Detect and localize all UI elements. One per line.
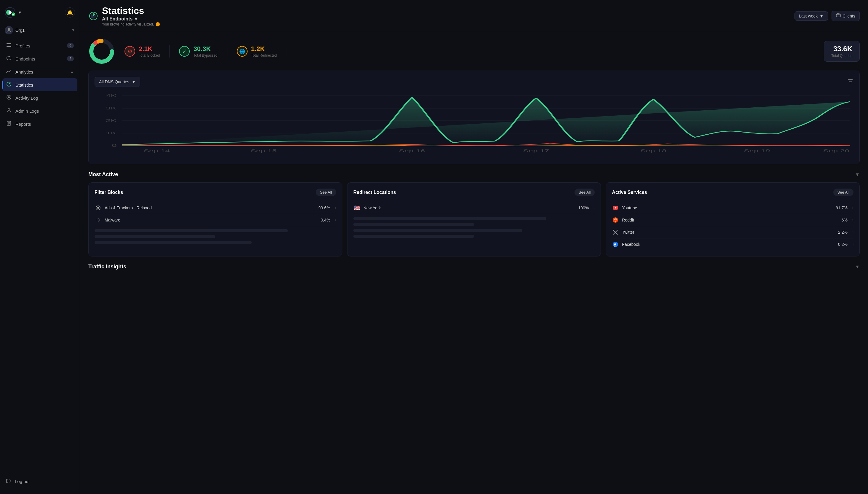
logout-icon [6,478,11,484]
ads-tracker-chevron[interactable]: › [335,206,336,210]
blocked-icon: ⊘ [124,46,135,57]
svg-text:3K: 3K [105,106,117,110]
newyork-name: New York [363,206,575,210]
twitter-chevron[interactable]: › [852,230,853,234]
logout-button[interactable]: Log out [0,474,80,489]
youtube-chevron[interactable]: › [852,206,853,210]
facebook-chevron[interactable]: › [852,242,853,246]
chart-filter-icon[interactable] [847,78,853,86]
svg-rect-8 [6,46,11,47]
service-twitter: Twitter 2.2% › [612,226,853,239]
analytics-section-header[interactable]: Analytics ▲ [0,65,80,78]
redirect-locations-title: Redirect Locations [353,190,396,195]
statistics-label: Statistics [15,82,33,88]
analytics-label: Analytics [15,70,33,74]
filter-block-item-ads: Ads & Trackers - Relaxed 99.6% › [95,202,336,214]
service-facebook: Facebook 0.2% › [612,239,853,250]
org-chevron: ▼ [72,28,75,32]
most-active-chevron[interactable]: ▼ [855,172,860,177]
bypassed-value: 30.3K [193,45,217,53]
sidebar-item-admin-logs[interactable]: Admin Logs [0,104,80,117]
bypassed-label: Total Bypassed [193,53,217,58]
svg-point-57 [613,217,618,223]
activity-log-icon [6,95,12,101]
malware-name: Malware [105,217,318,222]
active-services-see-all[interactable]: See All [833,189,853,196]
sidebar-item-activity-log[interactable]: Activity Log [0,91,80,104]
total-queries-label: Total Queries [831,54,852,58]
ads-tracker-pct: 99.6% [319,206,330,210]
sidebar-item-reports[interactable]: Reports [0,117,80,131]
svg-point-48 [97,207,99,209]
placeholder-bar-2 [95,235,215,238]
time-selector[interactable]: Last week ▼ [794,11,828,21]
svg-rect-7 [6,45,11,45]
sidebar-item-statistics[interactable]: Statistics [2,78,77,91]
most-active-title: Most Active [88,171,118,177]
filter-blocks-card: Filter Blocks See All Ads & Trackers - R… [88,182,342,256]
most-active-cards: Filter Blocks See All Ads & Trackers - R… [80,182,868,264]
newyork-flag: 🇺🇸 [353,204,361,211]
svg-point-59 [615,220,615,220]
ads-tracker-icon [95,204,102,211]
stat-blocked: ⊘ 2.1K Total Blocked [124,45,170,58]
page-title: Statistics All Endpoints ▼ [102,5,160,22]
time-chevron: ▼ [819,14,824,18]
clients-button[interactable]: Clients [832,11,860,21]
dns-query-selector[interactable]: All DNS Queries ▼ [95,77,140,87]
app-logo [5,7,15,18]
redirect-locations-card: Redirect Locations See All 🇺🇸 New York 1… [347,182,601,256]
svg-text:Sep 17: Sep 17 [523,149,549,153]
svg-rect-6 [6,43,11,44]
facebook-name: Facebook [622,242,835,247]
svg-text:Sep 15: Sep 15 [251,149,277,153]
stats-row: ⊘ 2.1K Total Blocked ✓ 30.3K Total Bypas… [80,32,868,71]
newyork-chevron[interactable]: › [594,206,595,210]
svg-text:4K: 4K [105,93,117,98]
redirect-placeholder-1 [353,217,547,220]
notification-bell[interactable]: 🔔 [65,7,75,18]
logo-chevron[interactable]: ▼ [18,10,22,15]
malware-icon [95,216,102,224]
redirect-locations-see-all[interactable]: See All [575,189,595,196]
service-reddit: Reddit 6% › [612,214,853,226]
youtube-icon [612,204,619,211]
org-selector[interactable]: Org1 ▼ [0,24,80,39]
twitter-icon [612,229,619,236]
endpoints-label: Endpoints [15,56,35,61]
sidebar-item-profiles[interactable]: Profiles 6 [0,39,80,52]
svg-rect-20 [836,14,841,17]
redirected-value: 1.2K [251,45,277,53]
dns-chart-container: 4K 3K 2K 1K 0 Sep 14 Sep 15 Sep 16 Sep 1… [95,93,853,158]
youtube-pct: 91.7% [836,206,848,210]
total-queries-value: 33.6K [831,45,852,53]
profiles-icon [6,42,12,49]
ads-tracker-name: Ads & Trackers - Relaxed [105,206,315,210]
malware-chevron[interactable]: › [335,218,336,222]
traffic-insights-chevron[interactable]: ▼ [855,264,860,269]
sidebar-item-endpoints[interactable]: Endpoints 2 [0,52,80,65]
traffic-insights-title: Traffic Insights [88,264,126,270]
facebook-icon [612,241,619,248]
filter-blocks-see-all[interactable]: See All [316,189,336,196]
svg-text:Sep 14: Sep 14 [143,149,170,153]
logout-label: Log out [15,479,30,484]
svg-text:Sep 16: Sep 16 [399,149,425,153]
donut-chart [88,38,115,65]
svg-text:Sep 20: Sep 20 [823,149,850,153]
redirect-location-newyork: 🇺🇸 New York 100% › [353,202,595,214]
twitter-pct: 2.2% [838,230,848,234]
endpoints-badge: 2 [67,56,74,61]
analytics-sub-nav: Statistics Activity Log Admin Logs [0,78,80,117]
org-name: Org1 [15,28,69,33]
blocked-value: 2.1K [139,45,160,53]
service-youtube: Youtube 91.7% › [612,202,853,214]
dns-chart-section: All DNS Queries ▼ [88,71,860,164]
page-title-area: Statistics All Endpoints ▼ Your browsing… [88,5,160,26]
endpoint-selector[interactable]: All Endpoints ▼ [102,16,160,22]
reddit-chevron[interactable]: › [852,218,853,222]
dns-chart-svg: 4K 3K 2K 1K 0 Sep 14 Sep 15 Sep 16 Sep 1… [95,93,853,158]
analytics-chevron: ▲ [70,70,74,74]
page-title-text: Statistics All Endpoints ▼ Your browsing… [102,5,160,26]
activity-log-label: Activity Log [15,95,38,100]
